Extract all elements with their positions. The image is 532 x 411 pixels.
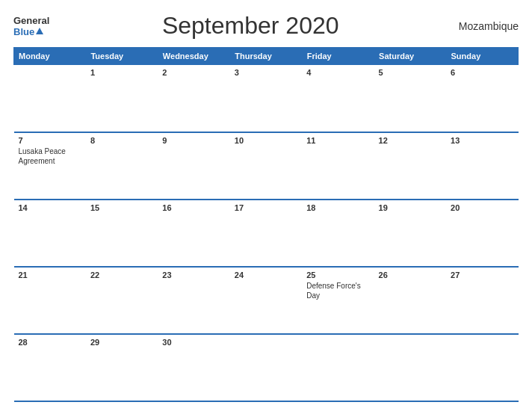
day-number: 25 xyxy=(306,271,369,279)
col-saturday: Saturday xyxy=(374,48,446,65)
table-row: 17 xyxy=(230,200,302,267)
table-row: 2 xyxy=(158,65,229,132)
table-row: 7Lusaka Peace Agreement xyxy=(14,132,86,200)
logo: General Blue xyxy=(13,15,49,37)
day-number: 5 xyxy=(379,68,442,77)
day-number: 8 xyxy=(90,136,153,145)
calendar-week-row: 7Lusaka Peace Agreement8910111213 xyxy=(14,132,519,200)
table-row: 3 xyxy=(230,65,302,132)
table-row: 24 xyxy=(230,267,302,334)
table-row: 25Defense Force's Day xyxy=(302,267,374,334)
table-row: 13 xyxy=(446,132,518,200)
calendar-week-row: 2122232425Defense Force's Day2627 xyxy=(14,267,519,334)
event-label: Lusaka Peace Agreement xyxy=(19,146,81,166)
day-number: 3 xyxy=(235,68,297,77)
day-number: 9 xyxy=(162,136,225,145)
country-name: Mozambique xyxy=(451,20,519,32)
day-number: 14 xyxy=(19,203,81,212)
table-row: 8 xyxy=(86,132,158,200)
col-monday: Monday xyxy=(14,48,86,65)
calendar-table: Monday Tuesday Wednesday Thursday Friday… xyxy=(13,47,519,402)
calendar-week-row: 282930 xyxy=(14,334,519,401)
logo-triangle-icon xyxy=(36,28,43,34)
logo-blue: Blue xyxy=(13,26,43,37)
day-number: 28 xyxy=(19,338,81,347)
table-row: 9 xyxy=(158,132,229,200)
day-number: 23 xyxy=(162,271,225,279)
table-row: 11 xyxy=(302,132,374,200)
col-thursday: Thursday xyxy=(230,48,302,65)
table-row: 12 xyxy=(374,132,446,200)
day-number: 12 xyxy=(379,136,442,145)
table-row: 14 xyxy=(14,200,86,267)
table-row xyxy=(446,334,518,401)
calendar-week-row: 123456 xyxy=(14,65,519,132)
calendar-header: General Blue September 2020 Mozambique xyxy=(13,12,519,40)
table-row: 22 xyxy=(86,267,158,334)
day-number: 26 xyxy=(379,271,442,279)
table-row: 23 xyxy=(158,267,229,334)
day-number: 21 xyxy=(19,271,81,279)
table-row: 6 xyxy=(446,65,518,132)
table-row: 4 xyxy=(302,65,374,132)
table-row: 18 xyxy=(302,200,374,267)
table-row: 28 xyxy=(14,334,86,401)
day-number: 17 xyxy=(235,203,297,212)
day-number: 2 xyxy=(162,68,225,77)
calendar-title: September 2020 xyxy=(49,12,451,40)
col-tuesday: Tuesday xyxy=(86,48,158,65)
col-sunday: Sunday xyxy=(446,48,518,65)
day-number: 7 xyxy=(19,136,81,145)
col-friday: Friday xyxy=(302,48,374,65)
table-row: 5 xyxy=(374,65,446,132)
table-row: 10 xyxy=(230,132,302,200)
table-row: 30 xyxy=(158,334,229,401)
table-row: 26 xyxy=(374,267,446,334)
table-row: 29 xyxy=(86,334,158,401)
day-number: 27 xyxy=(451,271,513,279)
day-number: 30 xyxy=(162,338,225,347)
day-number: 16 xyxy=(162,203,225,212)
day-number: 29 xyxy=(90,338,153,347)
day-number: 19 xyxy=(379,203,442,212)
day-number: 18 xyxy=(306,203,369,212)
table-row xyxy=(374,334,446,401)
logo-blue-text: Blue xyxy=(13,26,34,37)
day-number: 22 xyxy=(90,271,153,279)
day-number: 10 xyxy=(235,136,297,145)
day-number: 11 xyxy=(306,136,369,145)
day-number: 13 xyxy=(451,136,513,145)
logo-general: General xyxy=(13,15,49,26)
day-number: 6 xyxy=(451,68,513,77)
table-row: 15 xyxy=(86,200,158,267)
table-row: 21 xyxy=(14,267,86,334)
event-label: Defense Force's Day xyxy=(306,281,369,300)
day-number: 20 xyxy=(451,203,513,212)
col-wednesday: Wednesday xyxy=(158,48,229,65)
day-number: 24 xyxy=(235,271,297,279)
day-number: 15 xyxy=(90,203,153,212)
table-row: 20 xyxy=(446,200,518,267)
table-row: 27 xyxy=(446,267,518,334)
table-row: 19 xyxy=(374,200,446,267)
table-row: 16 xyxy=(158,200,229,267)
table-row xyxy=(302,334,374,401)
table-row xyxy=(14,65,86,132)
weekday-header-row: Monday Tuesday Wednesday Thursday Friday… xyxy=(14,48,519,65)
calendar-week-row: 14151617181920 xyxy=(14,200,519,267)
table-row xyxy=(230,334,302,401)
day-number: 4 xyxy=(306,68,369,77)
calendar-page: General Blue September 2020 Mozambique M… xyxy=(0,0,532,411)
table-row: 1 xyxy=(86,65,158,132)
day-number: 1 xyxy=(90,68,153,77)
